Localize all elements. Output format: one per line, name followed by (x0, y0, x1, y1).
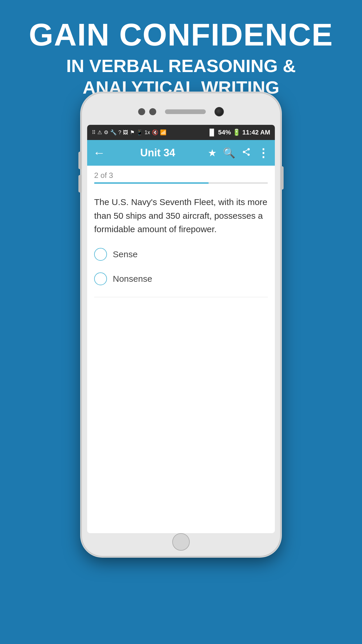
question-text: The U.S. Navy's Seventh Fleet, with its … (94, 195, 268, 236)
app-bar-actions: ★ 🔍 ⋮ (208, 146, 269, 160)
hero-subtitle-line1: IN VERBAL REASONING & (0, 55, 362, 77)
camera-dot-2 (149, 108, 156, 115)
app-bar-title: Unit 34 (112, 147, 203, 159)
answer-option-nonsense[interactable]: Nonsense (94, 272, 268, 285)
camera-dot-1 (138, 108, 145, 115)
warning-icon: ⚠ (97, 129, 102, 136)
power-button (281, 166, 284, 190)
phone-speaker (165, 109, 206, 114)
status-right: ▐▌ 54% 🔋 11:42 AM (207, 129, 270, 136)
answer-label-sense: Sense (113, 249, 138, 259)
question-content: The U.S. Navy's Seventh Fleet, with its … (87, 187, 275, 312)
signal-1x: 1x (145, 130, 150, 136)
phone-screen: ⠿ ⚠ ⚙ 🔧 ? 🖼 ⚑ 📱 1x 🔇 📶 ▐▌ 54% (87, 125, 275, 533)
back-button[interactable]: ← (93, 146, 105, 160)
progress-area: 2 of 3 (87, 166, 275, 187)
notification-icon: ⠿ (92, 129, 96, 136)
settings-icon: ⚙ (104, 129, 108, 136)
progress-label: 2 of 3 (94, 171, 268, 180)
radio-nonsense[interactable] (94, 272, 107, 285)
signal-bars-icon: ▐▌ (207, 129, 216, 136)
wrench-icon: 🔧 (110, 129, 117, 136)
phone-device: ⠿ ⚠ ⚙ 🔧 ? 🖼 ⚑ 📱 1x 🔇 📶 ▐▌ 54% (82, 93, 280, 556)
more-button[interactable]: ⋮ (257, 146, 269, 160)
phone-body: ⠿ ⚠ ⚙ 🔧 ? 🖼 ⚑ 📱 1x 🔇 📶 ▐▌ 54% (82, 93, 280, 556)
progress-bar-fill (94, 182, 209, 184)
status-icons-left: ⠿ ⚠ ⚙ 🔧 ? 🖼 ⚑ 📱 1x 🔇 📶 (92, 129, 166, 136)
progress-bar-track (94, 182, 268, 184)
status-bar: ⠿ ⚠ ⚙ 🔧 ? 🖼 ⚑ 📱 1x 🔇 📶 ▐▌ 54% (87, 125, 275, 140)
battery-icon: 🔋 (233, 129, 240, 136)
front-cameras (138, 108, 156, 115)
answer-option-sense[interactable]: Sense (94, 248, 268, 261)
phone-icon: 📱 (136, 129, 143, 136)
volume-up-button (78, 152, 81, 169)
star-button[interactable]: ★ (208, 147, 217, 159)
hero-title: GAIN CONFIDENCE (0, 18, 362, 52)
app-toolbar: ← Unit 34 ★ 🔍 ⋮ (87, 140, 275, 166)
answer-label-nonsense: Nonsense (113, 274, 152, 284)
volume-down-button (78, 175, 81, 192)
search-button[interactable]: 🔍 (223, 147, 235, 159)
mute-icon: 🔇 (152, 129, 158, 136)
front-camera-main (215, 107, 224, 116)
flag-icon: ⚑ (130, 129, 135, 136)
question-icon: ? (118, 130, 121, 136)
battery-percent: 54% (218, 129, 231, 136)
radio-sense[interactable] (94, 248, 107, 261)
home-button[interactable] (172, 533, 190, 551)
content-divider (94, 297, 268, 297)
phone-bottom-bezel (87, 533, 275, 551)
clock: 11:42 AM (242, 129, 270, 136)
image-icon: 🖼 (123, 130, 128, 136)
share-button[interactable] (242, 147, 251, 159)
empty-content-area (87, 312, 275, 516)
wifi-icon: 📶 (160, 129, 166, 136)
hero-subtitle: IN VERBAL REASONING & ANALYTICAL WRITING (0, 55, 362, 99)
phone-top-bezel (87, 99, 275, 125)
